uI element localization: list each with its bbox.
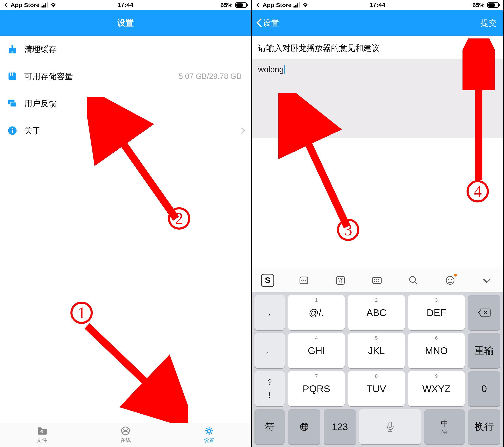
settings-list: 清理缓存 可用存储容量 5.07 GB/29.78 GB 用户反馈 关于 — [0, 36, 251, 144]
search-icon[interactable] — [406, 273, 421, 287]
feedback-prompt: 请输入对卧龙播放器的意见和建议 — [252, 36, 503, 59]
nav-back[interactable]: 设置 — [256, 18, 279, 29]
key-8[interactable]: 8TUV — [348, 371, 405, 406]
tab-online[interactable]: 在线 — [84, 423, 167, 447]
keyboard-layout-icon[interactable] — [370, 273, 384, 287]
storage-value: 5.07 GB/29.78 GB — [179, 72, 241, 81]
nav-title: 设置 — [117, 18, 134, 29]
nav-submit[interactable]: 提交 — [481, 18, 497, 29]
key-7[interactable]: 7PQRS — [288, 371, 345, 406]
textarea-content: wolong — [258, 65, 284, 74]
annotation-arrow-1 — [71, 310, 188, 423]
key-comma[interactable]: , — [254, 295, 285, 330]
emoji-icon[interactable] — [443, 273, 457, 287]
row-label: 清理缓存 — [24, 44, 244, 55]
row-label: 可用存储容量 — [24, 71, 172, 82]
svg-point-26 — [378, 279, 379, 280]
mic-icon — [386, 421, 395, 433]
svg-point-35 — [451, 279, 452, 280]
tab-files[interactable]: 文件 — [0, 423, 84, 447]
status-bar: App Store 17:44 65% — [252, 0, 503, 10]
key-1[interactable]: 1@/. — [288, 295, 345, 330]
collapse-keyboard-icon[interactable] — [480, 273, 494, 287]
row-label: 关于 — [24, 125, 233, 136]
keyboard: S 译 , 1@/. 2ABC 3DEF 。 4GHI 5JKL 6MNO 重输… — [252, 268, 503, 447]
svg-rect-41 — [389, 422, 392, 428]
key-globe[interactable] — [288, 409, 320, 444]
svg-point-31 — [410, 276, 415, 282]
key-9[interactable]: 9WXYZ — [408, 371, 465, 406]
svg-point-20 — [305, 280, 306, 281]
svg-point-24 — [374, 279, 375, 280]
translate-icon[interactable]: 译 — [333, 273, 347, 287]
svg-point-12 — [207, 429, 211, 432]
key-123[interactable]: 123 — [324, 409, 356, 444]
globe-icon — [120, 426, 130, 435]
status-time: 17:44 — [369, 1, 385, 9]
carrier-back-label[interactable]: App Store — [263, 2, 291, 8]
svg-point-18 — [301, 280, 302, 281]
key-mic[interactable] — [359, 409, 421, 444]
info-icon — [7, 125, 18, 136]
annotation-2: 2 — [168, 207, 190, 230]
gear-icon — [204, 426, 214, 435]
battery-pct: 65% — [220, 2, 233, 8]
key-2[interactable]: 2ABC — [348, 295, 405, 330]
nav-bar: 设置 提交 — [252, 10, 503, 36]
wifi-icon — [50, 3, 56, 7]
key-6[interactable]: 6MNO — [408, 333, 465, 368]
phone-feedback: App Store 17:44 65% 设置 提交 请输入对卧龙播放器的意见和建… — [252, 0, 504, 447]
svg-rect-3 — [10, 72, 11, 76]
broom-icon — [7, 44, 18, 54]
tab-label: 设置 — [204, 437, 214, 444]
key-question[interactable]: ?! — [254, 371, 285, 406]
status-time: 17:44 — [117, 1, 133, 9]
appstore-back-icon[interactable] — [256, 3, 260, 7]
tab-label: 在线 — [120, 437, 131, 444]
appstore-back-icon[interactable] — [4, 3, 8, 7]
keyboard-toolbar: S 译 — [252, 268, 503, 292]
signal-icon — [293, 3, 300, 7]
battery-icon — [235, 2, 247, 8]
row-feedback[interactable]: 用户反馈 — [0, 90, 251, 117]
text-cursor — [284, 65, 285, 74]
key-backspace[interactable] — [468, 295, 500, 330]
feedback-icon — [7, 98, 18, 108]
svg-point-25 — [376, 279, 377, 280]
svg-point-34 — [448, 279, 449, 280]
key-3[interactable]: 3DEF — [408, 295, 465, 330]
tab-bar: 文件 在线 设置 — [0, 423, 251, 447]
key-5[interactable]: 5JKL — [348, 333, 405, 368]
battery-pct: 65% — [472, 2, 485, 8]
key-zero[interactable]: 0 — [468, 371, 500, 406]
annotation-1: 1 — [71, 302, 93, 324]
sogou-logo-icon[interactable]: S — [261, 274, 274, 287]
backspace-icon — [478, 308, 491, 317]
svg-line-32 — [415, 282, 417, 284]
svg-rect-4 — [12, 72, 13, 76]
key-language[interactable]: 中/英 — [424, 409, 465, 444]
svg-rect-6 — [10, 102, 17, 107]
status-bar: App Store 17:44 65% — [0, 0, 251, 10]
key-4[interactable]: 4GHI — [288, 333, 345, 368]
row-storage[interactable]: 可用存储容量 5.07 GB/29.78 GB — [0, 63, 251, 90]
key-enter[interactable]: 换行 — [468, 409, 500, 444]
folder-icon — [37, 426, 47, 435]
svg-line-14 — [87, 326, 176, 411]
row-label: 用户反馈 — [24, 98, 244, 109]
annotation-4: 4 — [467, 180, 489, 202]
carrier-back-label[interactable]: App Store — [11, 2, 39, 8]
tab-settings[interactable]: 设置 — [167, 423, 251, 447]
feedback-textarea[interactable]: wolong — [252, 59, 503, 138]
row-about[interactable]: 关于 — [0, 117, 251, 144]
key-period[interactable]: 。 — [254, 333, 285, 368]
clipboard-icon[interactable] — [297, 273, 311, 287]
globe-icon — [299, 422, 309, 432]
battery-icon — [487, 2, 499, 8]
svg-point-29 — [376, 281, 377, 282]
key-reinput[interactable]: 重输 — [468, 333, 500, 368]
svg-point-30 — [378, 281, 379, 282]
key-symbols[interactable]: 符 — [254, 409, 285, 444]
tab-label: 文件 — [37, 437, 47, 444]
row-clear-cache[interactable]: 清理缓存 — [0, 36, 251, 63]
